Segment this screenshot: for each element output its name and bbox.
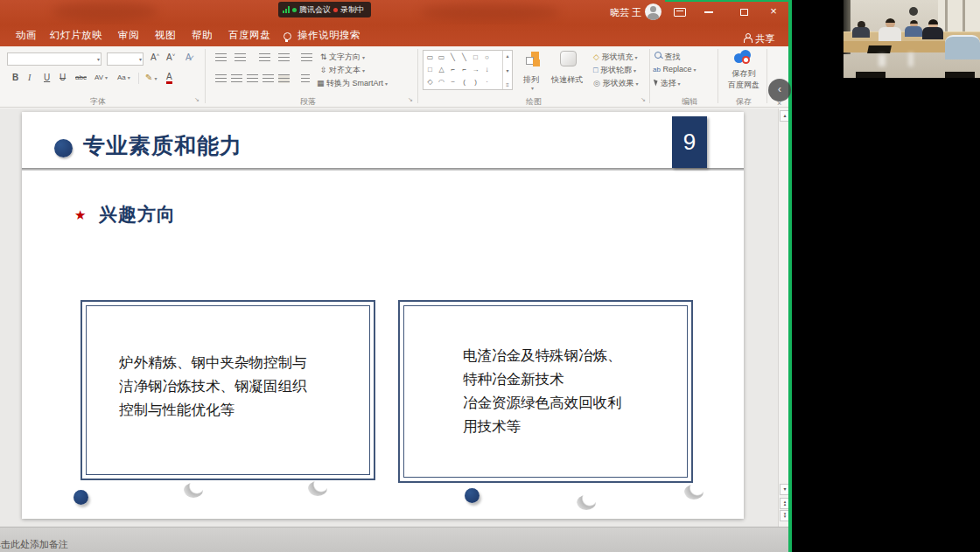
increase-indent-icon[interactable]	[278, 53, 290, 62]
select-button[interactable]: 选择▾	[654, 78, 681, 89]
paragraph-dialog-launcher[interactable]: ↘	[408, 96, 413, 103]
align-text-button[interactable]: ⇳ 对齐文本▾	[320, 65, 365, 76]
group-divider	[718, 49, 718, 103]
save-group-label: 保存	[718, 96, 770, 108]
content-box-left[interactable]: 炉外精炼、钢中夹杂物控制与 洁净钢冶炼技术、钢凝固组织 控制与性能优化等	[80, 300, 375, 480]
recording-label: 录制中	[340, 4, 364, 16]
video-artifact	[52, 2, 158, 21]
char-spacing-icon[interactable]: AV▾	[94, 73, 108, 81]
underline-button[interactable]: U	[44, 73, 50, 82]
paragraph-group-label: 段落	[282, 96, 334, 108]
font-size-combo[interactable]: ▾	[107, 52, 144, 66]
increase-font-icon[interactable]: A˄	[150, 52, 159, 62]
notes-pane[interactable]: 单击此处添加备注	[0, 527, 792, 552]
highlight-pen-icon[interactable]: ✎▾	[145, 73, 157, 82]
strikethrough-button[interactable]: U	[60, 73, 66, 82]
webcam-video[interactable]	[844, 0, 980, 78]
font-dialog-launcher[interactable]: ↘	[194, 96, 200, 103]
save-to-baidu-button[interactable]: 保存到 百度网盘	[723, 68, 765, 91]
tab-animation[interactable]: 动画	[16, 29, 37, 42]
shape-effects-button[interactable]: ◎ 形状效果▾	[593, 78, 638, 89]
box-left-line: 炉外精炼、钢中夹杂物控制与	[119, 351, 307, 374]
align-left-icon[interactable]	[215, 74, 227, 83]
tab-review[interactable]: 审阅	[118, 29, 139, 42]
share-button[interactable]: 共享	[743, 30, 774, 45]
recording-dot-icon	[333, 8, 338, 12]
bullets-icon[interactable]	[215, 53, 227, 62]
decrease-indent-icon[interactable]	[259, 53, 270, 62]
bold-button[interactable]: B	[12, 73, 18, 82]
powerpoint-window: 腾讯会议 录制中 晓芸 王 × 动画 幻灯片放映 审阅 视图 帮助 百度网盘 操…	[0, 0, 792, 552]
ribbon: ▾ ▾ A˄ A˅ A̷ B I U U abc AV▾ Aa▾ ✎▾ A 字体…	[0, 46, 792, 108]
handle-close-icon[interactable]: ×	[777, 99, 781, 108]
font-group-label: 字体	[72, 96, 124, 108]
shape-fill-button[interactable]: ◇ 形状填充▾	[593, 52, 637, 63]
restore-button[interactable]	[729, 0, 759, 23]
decorative-shape	[684, 485, 704, 500]
account-user-name[interactable]: 晓芸 王	[610, 6, 641, 19]
columns-icon[interactable]	[301, 74, 310, 83]
footer-dot	[465, 488, 480, 503]
distributed-icon[interactable]	[278, 74, 290, 83]
desk-reflection	[908, 52, 914, 66]
change-case-icon[interactable]: Aa▾	[117, 73, 130, 81]
participant-body	[922, 27, 943, 39]
font-color-icon[interactable]: A	[166, 73, 172, 84]
ribbon-display-options-icon[interactable]	[674, 8, 686, 17]
cursor-icon	[654, 79, 659, 87]
baidu-netdisk-icon	[734, 50, 752, 65]
tell-me-bulb-icon	[283, 32, 290, 43]
smartart-button[interactable]: ▦ 转换为 SmartArt▾	[317, 78, 388, 89]
group-divider	[649, 49, 650, 103]
align-right-icon[interactable]	[247, 74, 258, 83]
tab-baidu-netdisk[interactable]: 百度网盘	[228, 29, 270, 42]
slide-editing-area: 专业素质和能力 9 ★ 兴趣方向 炉外精炼、钢中夹杂物控制与 洁净钢冶炼技术、钢…	[0, 108, 778, 527]
quick-styles-icon[interactable]	[560, 51, 577, 66]
shape-outline-button[interactable]: □ 形状轮廓▾	[593, 65, 636, 76]
slide-canvas[interactable]: 专业素质和能力 9 ★ 兴趣方向 炉外精炼、钢中夹杂物控制与 洁净钢冶炼技术、钢…	[22, 112, 744, 519]
line-spacing-icon[interactable]	[301, 53, 312, 62]
text-direction-button[interactable]: ⇅ 文字方向▾	[320, 52, 365, 63]
gallery-scroll[interactable]: ▴▾≡	[502, 51, 512, 89]
meeting-app-name: 腾讯会议	[299, 4, 331, 16]
tab-view[interactable]: 视图	[155, 29, 176, 42]
box-left-line: 洁净钢冶炼技术、钢凝固组织	[119, 374, 307, 398]
divider	[138, 73, 139, 84]
desk-reflection	[878, 54, 886, 66]
search-icon	[654, 52, 662, 59]
screen: 腾讯会议 录制中 晓芸 王 × 动画 幻灯片放映 审阅 视图 帮助 百度网盘 操…	[0, 0, 980, 552]
content-box-right[interactable]: 电渣冶金及特殊钢冶炼、 特种冶金新技术 冶金资源绿色高效回收利 用技术等	[398, 300, 693, 483]
tell-me-search[interactable]: 操作说明搜索	[298, 29, 360, 42]
align-center-icon[interactable]	[231, 74, 242, 83]
drawing-dialog-launcher[interactable]: ↘	[640, 96, 646, 103]
clear-format-icon[interactable]: A̷	[186, 52, 192, 62]
notes-placeholder: 单击此处添加备注	[0, 538, 68, 551]
quick-styles-button[interactable]: 快速样式	[551, 74, 583, 86]
strikethrough-abc-icon[interactable]: abc	[75, 73, 87, 81]
ribbon-tab-bar: 动画 幻灯片放映 审阅 视图 帮助 百度网盘 操作说明搜索 共享	[0, 24, 792, 46]
close-button[interactable]: ×	[759, 0, 788, 23]
avatar[interactable]	[645, 3, 662, 20]
box-left-line: 控制与性能优化等	[119, 398, 307, 422]
arrange-icon[interactable]	[526, 52, 542, 67]
replace-button[interactable]: ab Replace▾	[653, 65, 696, 73]
slide-subtitle[interactable]: 兴趣方向	[99, 202, 176, 227]
title-underline	[22, 168, 744, 171]
numbering-icon[interactable]	[234, 53, 246, 62]
slide-title[interactable]: 专业素质和能力	[83, 131, 242, 160]
desk-object	[856, 72, 886, 78]
decrease-font-icon[interactable]: A˅	[166, 52, 175, 62]
font-name-combo[interactable]: ▾	[7, 52, 102, 66]
find-button[interactable]: 查找	[654, 52, 681, 63]
share-label: 共享	[755, 33, 774, 44]
box-right-line: 冶金资源绿色高效回收利	[463, 391, 622, 415]
group-divider	[417, 49, 418, 103]
italic-button[interactable]: I	[28, 73, 31, 82]
justify-icon[interactable]	[262, 74, 274, 83]
tab-help[interactable]: 帮助	[192, 29, 213, 42]
arrange-dropdown[interactable]: ▾	[531, 85, 534, 91]
tab-slideshow[interactable]: 幻灯片放映	[50, 29, 102, 42]
signal-bars-icon	[283, 6, 290, 13]
minimize-button[interactable]	[694, 0, 724, 23]
shapes-gallery[interactable]: ▭▭╲╲□○ □△⌐⌐→↓ ◇◠~()· ▴▾≡	[423, 50, 513, 90]
